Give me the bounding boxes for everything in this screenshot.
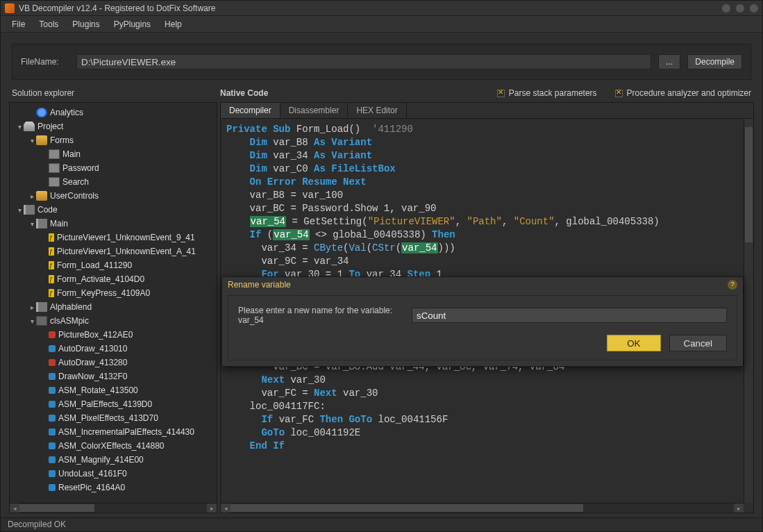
tree-node-label: Analytics xyxy=(50,108,83,117)
tree-node[interactable]: AutoDraw_413280 xyxy=(10,356,217,369)
tree-node[interactable]: Analytics xyxy=(10,106,217,119)
titlebar[interactable]: VB Decompiler v12.4 - Registered to DotF… xyxy=(1,1,762,16)
rename-variable-dialog: Rename variable ? Please enter a new nam… xyxy=(221,276,744,367)
decompile-button[interactable]: Decompile xyxy=(687,54,742,69)
code-hscrollbar[interactable]: ◂ ▸ xyxy=(221,503,744,513)
expander-icon[interactable]: ▾ xyxy=(28,220,36,228)
cancel-button[interactable]: Cancel xyxy=(669,335,728,351)
tree-scroll[interactable]: Analytics▾Project▾FormsMainPasswordSearc… xyxy=(10,103,217,503)
scroll-track[interactable] xyxy=(230,504,734,513)
tree-node[interactable]: Form_Activate_4104D0 xyxy=(10,272,217,286)
ok-button[interactable]: OK xyxy=(607,335,660,351)
menu-plugins[interactable]: Plugins xyxy=(67,18,105,31)
method-blue-icon xyxy=(49,401,56,408)
dialog-titlebar[interactable]: Rename variable ? xyxy=(222,277,743,292)
expander-icon[interactable]: ▾ xyxy=(15,123,24,131)
solution-explorer: Analytics▾Project▾FormsMainPasswordSearc… xyxy=(9,102,217,513)
variable-name-input[interactable] xyxy=(412,308,727,323)
expander-icon[interactable]: ▾ xyxy=(15,206,24,214)
parse-stack-checkbox[interactable]: Parse stack parameters xyxy=(497,88,597,98)
tree-node[interactable]: UndoLast_4161F0 xyxy=(10,467,217,481)
tree-node[interactable]: ASM_Magnify_414E00 xyxy=(10,453,217,467)
tree-node[interactable]: ▸UserControls xyxy=(10,189,217,203)
code-vscrollbar[interactable] xyxy=(744,119,753,503)
tree-node-label: ASM_ColorXEffects_414880 xyxy=(58,441,165,451)
expander-icon[interactable]: ▾ xyxy=(28,317,36,325)
menu-pyplugins[interactable]: PyPlugins xyxy=(108,18,156,31)
tree-node[interactable]: PictureViever1_UnknownEvent_9_41 xyxy=(10,231,217,244)
expander-icon[interactable]: ▾ xyxy=(28,137,36,144)
menu-help[interactable]: Help xyxy=(159,18,187,31)
tree-node-label: UserControls xyxy=(50,191,99,201)
tree-node[interactable]: ▾Project xyxy=(10,119,217,133)
tree-node-label: ResetPic_4164A0 xyxy=(58,483,125,492)
tree-node[interactable]: ASM_Rotate_413500 xyxy=(10,383,217,397)
tree-node[interactable]: ASM_PalEffects_4139D0 xyxy=(10,397,217,411)
scroll-left-icon[interactable]: ◂ xyxy=(221,504,230,513)
tree-node-label: Main xyxy=(50,219,68,228)
method-red-icon xyxy=(49,331,56,338)
tree-node[interactable]: ResetPic_4164A0 xyxy=(10,481,217,494)
method-blue-icon xyxy=(49,415,56,422)
tree-node[interactable]: Main xyxy=(10,147,217,161)
expander-icon[interactable]: ▸ xyxy=(28,192,36,200)
method-blue-icon xyxy=(49,442,56,449)
vscroll-thumb[interactable] xyxy=(745,127,753,242)
method-blue-icon xyxy=(49,484,56,491)
method-blue-icon xyxy=(49,387,56,394)
tree-node[interactable]: PictureBox_412AE0 xyxy=(10,328,217,342)
scroll-track[interactable] xyxy=(19,504,207,513)
form-icon xyxy=(49,149,60,159)
tree-node[interactable]: ▾Forms xyxy=(10,133,217,147)
tree-hscrollbar[interactable]: ◂ ▸ xyxy=(10,503,217,513)
tab-disassembler[interactable]: Disassembler xyxy=(280,103,349,118)
tree-node[interactable]: ▾clsASMpic xyxy=(10,314,217,328)
method-blue-icon xyxy=(49,456,56,463)
dialog-title: Rename variable xyxy=(228,280,291,290)
tree-node[interactable]: PictureViever1_UnknownEvent_A_41 xyxy=(10,244,217,258)
scroll-right-icon[interactable]: ▸ xyxy=(734,504,744,513)
tree-node[interactable]: ASM_IncrementalPalEffects_414430 xyxy=(10,425,217,439)
browse-button[interactable]: ... xyxy=(658,54,680,69)
proc-analyzer-checkbox[interactable]: Procedure analyzer and optimizer xyxy=(615,88,751,98)
tree-node[interactable]: Form_Load_411290 xyxy=(10,258,217,272)
scroll-thumb[interactable] xyxy=(19,504,94,512)
menu-file[interactable]: File xyxy=(6,18,31,31)
close-button[interactable] xyxy=(750,4,758,13)
minimize-button[interactable] xyxy=(722,4,730,13)
filename-input[interactable] xyxy=(76,54,651,69)
expander-icon[interactable]: ▸ xyxy=(28,304,36,311)
dialog-body: Please enter a new name for the variable… xyxy=(228,295,737,360)
func-icon xyxy=(49,289,54,297)
scroll-right-icon[interactable]: ▸ xyxy=(207,504,217,513)
native-code-label: Native Code xyxy=(220,88,497,98)
tree-node[interactable]: ▾Code xyxy=(10,203,217,217)
menu-tools[interactable]: Tools xyxy=(33,18,64,31)
tree-node[interactable]: Search xyxy=(10,175,217,189)
tree-node[interactable]: ASM_PixelEffects_413D70 xyxy=(10,411,217,425)
section-labels: Solution explorer Native Code Parse stac… xyxy=(1,85,762,102)
tree-node[interactable]: Password xyxy=(10,161,217,175)
window-title: VB Decompiler v12.4 - Registered to DotF… xyxy=(19,3,722,13)
tree-node[interactable]: AutoDraw_413010 xyxy=(10,342,217,356)
tree-node[interactable]: ASM_ColorXEffects_414880 xyxy=(10,439,217,453)
analytics-icon xyxy=(36,108,47,117)
tree-node[interactable]: DrawNow_4132F0 xyxy=(10,369,217,383)
tab-decompiler[interactable]: Decompiler xyxy=(221,103,280,118)
module-icon xyxy=(36,302,47,312)
scroll-thumb[interactable] xyxy=(230,504,583,512)
cls-icon xyxy=(36,316,47,326)
tree-node-label: ASM_Rotate_413500 xyxy=(58,385,138,395)
tree-node[interactable]: ▸Alphablend xyxy=(10,300,217,314)
proc-analyzer-label: Procedure analyzer and optimizer xyxy=(627,88,751,98)
tree-node[interactable]: ▾Main xyxy=(10,217,217,231)
scroll-left-icon[interactable]: ◂ xyxy=(10,504,19,513)
tree-node-label: AutoDraw_413280 xyxy=(58,358,127,367)
dialog-close-icon[interactable]: ? xyxy=(728,280,737,290)
maximize-button[interactable] xyxy=(736,4,744,13)
solution-explorer-label: Solution explorer xyxy=(12,88,220,98)
tab-hex-editor[interactable]: HEX Editor xyxy=(348,103,406,118)
func-icon xyxy=(49,261,54,269)
method-blue-icon xyxy=(49,373,56,380)
tree-node[interactable]: Form_KeyPress_4109A0 xyxy=(10,286,217,300)
